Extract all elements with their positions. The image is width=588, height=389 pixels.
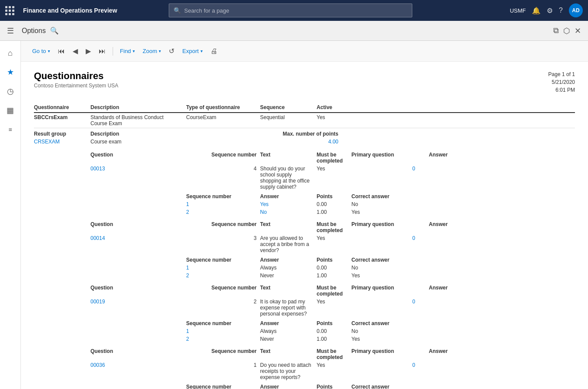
find-label: Find (120, 48, 131, 54)
seq-num-00019: 2 (186, 298, 260, 318)
last-page-button[interactable]: ⏭ (96, 46, 108, 57)
desc-line2: Course Exam (90, 120, 184, 126)
find-button[interactable]: Find ▾ (117, 46, 137, 56)
question-data-00013: 00013 4 Should you do your school supply… (34, 165, 575, 191)
sidebar-item-recent[interactable]: ◷ (2, 83, 19, 100)
ans-points-00013-1: 0.00 (317, 200, 351, 208)
settings-icon[interactable]: ⚙ (547, 7, 553, 15)
must-complete-00036: Yes (317, 361, 351, 381)
report-content: Questionnaires Contoso Entertainment Sys… (21, 62, 588, 389)
ans-answer-label-00036: Answer (260, 381, 317, 389)
question-id-00013: 00013 (90, 165, 186, 191)
goto-button[interactable]: Go to ▾ (30, 46, 53, 56)
result-group-header-row: Result group Description Max. number of … (34, 128, 575, 138)
must-complete-label-00014: Must be completed (317, 219, 351, 234)
must-complete-label-00013: Must be completed (317, 149, 351, 165)
refresh-button[interactable]: ↺ (166, 45, 177, 57)
second-bar: ☰ Options 🔍 ⧉ ⬡ ✕ (0, 21, 588, 41)
answer-count-00013: 0 (412, 166, 415, 172)
notifications-icon[interactable]: 🔔 (532, 7, 541, 15)
report-header: Questionnaires Contoso Entertainment Sys… (34, 70, 575, 94)
report-subtitle: Contoso Entertainment System USA (34, 83, 118, 89)
question-header-00019: Question Sequence number Text Must be co… (34, 282, 575, 298)
user-avatar[interactable]: AD (569, 3, 583, 17)
sidebar-item-home[interactable]: ⌂ (2, 44, 19, 62)
options-search-icon[interactable]: 🔍 (50, 27, 59, 35)
top-bar: Finance and Operations Preview 🔍 USMF 🔔 … (0, 0, 588, 21)
ans-points-label-00014: Points (317, 254, 351, 264)
close-icon[interactable]: ✕ (575, 26, 581, 36)
questionnaire-sequence: Sequential (260, 113, 317, 128)
answer-header-00036: Sequence number Answer Points Correct an… (34, 381, 575, 389)
ans-correct-00014-2: Yes (351, 272, 575, 279)
ans-text-00013-1: Yes (260, 200, 317, 208)
question-label-00014: Question (90, 219, 186, 234)
answer-row-00014-1: 1 Always 0.00 No (34, 264, 575, 272)
report-time: 6:01 PM (548, 86, 575, 94)
answer-row-00019-2: 2 Never 1.00 Yes (34, 335, 575, 343)
ans-points-label-00036: Points (317, 381, 351, 389)
text-label-00036: Text (260, 346, 317, 361)
question-header-00014: Question Sequence number Text Must be co… (34, 219, 575, 234)
questionnaire-type: CourseExam (186, 113, 260, 128)
export-label: Export (182, 48, 199, 54)
report-meta: Page 1 of 1 5/21/2020 6:01 PM (548, 70, 575, 94)
question-header-00036: Question Sequence number Text Must be co… (34, 346, 575, 361)
ans-correct-00013-2: Yes (351, 208, 575, 216)
must-complete-label-00036: Must be completed (317, 346, 351, 361)
questionnaire-active: Yes (317, 113, 351, 128)
ans-seq-label-00019: Sequence number (186, 318, 260, 327)
hamburger-icon[interactable]: ☰ (7, 26, 14, 36)
search-bar[interactable]: 🔍 (169, 3, 412, 17)
prev-page-button[interactable]: ◀ (70, 45, 80, 57)
ans-seq-00019-1: 1 (186, 327, 260, 335)
export-button[interactable]: Export ▾ (180, 46, 205, 56)
help-icon[interactable]: ? (559, 7, 563, 14)
ans-correct-label-00014: Correct answer (351, 254, 575, 264)
description-label: Description (90, 128, 186, 138)
popout-icon[interactable]: ⬡ (563, 26, 570, 36)
question-id-00014: 00014 (90, 234, 186, 254)
answer-row-00019-1: 1 Always 0.00 No (34, 327, 575, 335)
primary-q-label-00019: Primary question (351, 285, 394, 291)
seq-num-label-00013: Sequence number (186, 149, 260, 165)
answer-count-00014: 0 (412, 235, 415, 241)
col-sequence: Sequence (260, 103, 317, 113)
top-bar-right: USMF 🔔 ⚙ ? AD (510, 3, 583, 17)
sidebar-item-workspaces[interactable]: ▦ (2, 102, 19, 119)
ans-correct-label-00036: Correct answer (351, 381, 575, 389)
sidebar-item-favorites[interactable]: ★ (2, 63, 19, 81)
col-questionnaire: Questionnaire (34, 103, 90, 113)
answer-header-00019: Sequence number Answer Points Correct an… (34, 318, 575, 327)
report-table: Questionnaire Description Type of questi… (34, 103, 575, 389)
zoom-button[interactable]: Zoom ▾ (140, 46, 164, 56)
toolbar: Go to ▾ ⏮ ◀ ▶ ⏭ Find ▾ Zoom ▾ ↺ Export ▾… (21, 41, 588, 62)
report-title: Questionnaires (34, 70, 118, 82)
zoom-chevron-icon: ▾ (159, 49, 161, 53)
answer-row-00013-2: 2 No 1.00 Yes (34, 208, 575, 216)
max-points-label: Max. number of points (186, 128, 351, 138)
must-complete-00014: Yes (317, 234, 351, 254)
print-button[interactable]: 🖨 (208, 46, 220, 57)
ans-text-00014-1: Always (260, 264, 317, 272)
must-complete-00019: Yes (317, 298, 351, 318)
sidebar-item-modules[interactable]: ≡ (2, 121, 19, 138)
report-title-section: Questionnaires Contoso Entertainment Sys… (34, 70, 118, 89)
next-page-button[interactable]: ▶ (83, 45, 94, 57)
ans-seq-00013-2: 2 (186, 208, 260, 216)
question-data-00014: 00014 3 Are you allowed to accept a brib… (34, 234, 575, 254)
report-date: 5/21/2020 (548, 78, 575, 86)
export-chevron-icon: ▾ (200, 49, 203, 53)
ans-correct-label-00019: Correct answer (351, 318, 575, 327)
must-complete-label-00019: Must be completed (317, 282, 351, 298)
toggle-view-icon[interactable]: ⧉ (553, 26, 559, 35)
primary-q-label-00013: Primary question (351, 152, 394, 158)
first-page-button[interactable]: ⏮ (55, 46, 67, 57)
search-input[interactable] (184, 7, 408, 14)
ans-seq-label-00036: Sequence number (186, 381, 260, 389)
result-group-id: CRSEXAM (34, 138, 90, 146)
app-grid-icon[interactable] (5, 6, 14, 15)
text-label-00013: Text (260, 149, 317, 165)
ans-answer-label-00019: Answer (260, 318, 317, 327)
ans-text-00019-2: Never (260, 335, 317, 343)
